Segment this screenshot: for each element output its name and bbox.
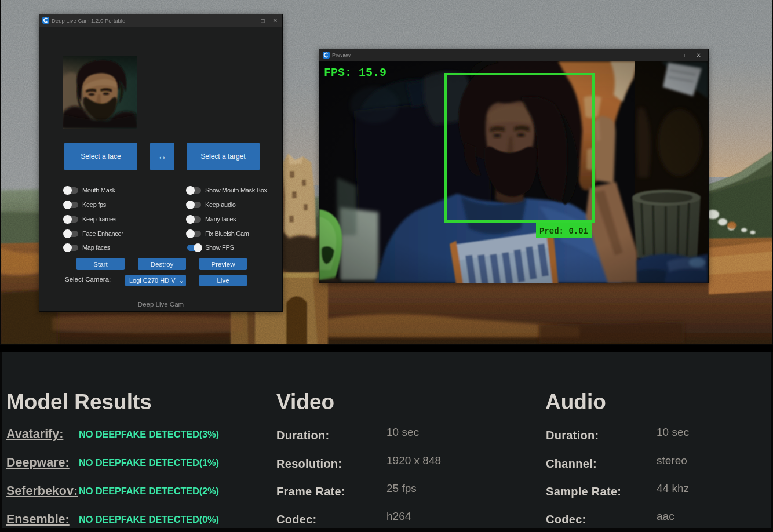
svg-text:FPS: 15.9: FPS: 15.9 bbox=[324, 66, 386, 79]
svg-text:Pred: 0.01: Pred: 0.01 bbox=[539, 227, 588, 236]
